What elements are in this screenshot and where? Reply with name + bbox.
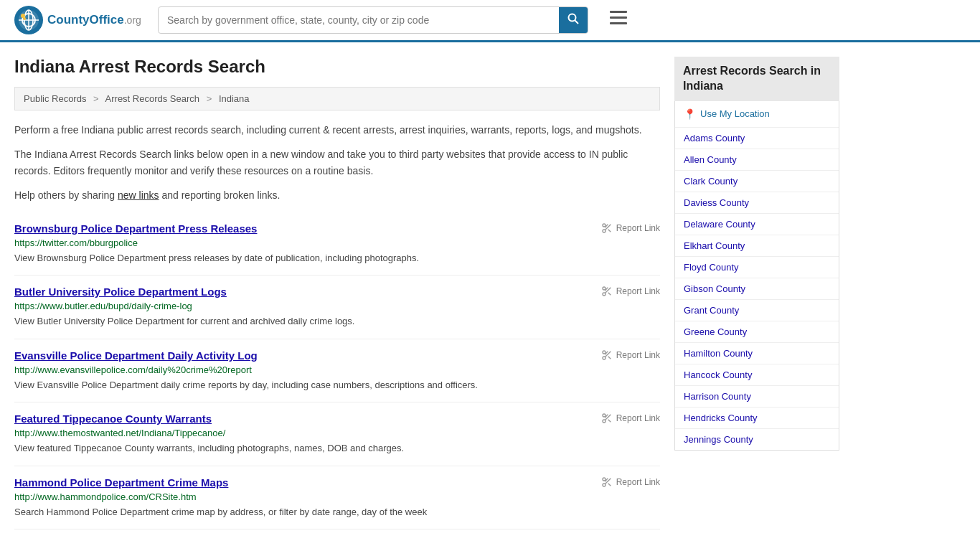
report-link-2[interactable]: Report Link [601, 286, 660, 297]
sidebar-county-daviess-county[interactable]: Daviess County [675, 192, 839, 214]
svg-rect-10 [610, 11, 627, 13]
search-bar [158, 6, 588, 34]
sidebar-title: Arrest Records Search in Indiana [674, 57, 839, 101]
scissors-icon [601, 349, 613, 361]
svg-point-29 [603, 420, 606, 423]
svg-line-9 [575, 21, 579, 24]
sidebar-content: 📍 Use My Location Adams CountyAllen Coun… [674, 101, 839, 451]
result-item-4: Featured Tippecanoe County Warrants Repo… [14, 402, 660, 466]
svg-point-24 [603, 357, 606, 359]
search-input[interactable] [159, 9, 559, 32]
svg-point-34 [603, 484, 606, 486]
description-3-suffix: and reporting broken links. [159, 189, 281, 201]
result-title-3[interactable]: Evansville Police Department Daily Activ… [14, 349, 258, 362]
report-link-label-3: Report Link [616, 350, 660, 360]
result-url-5[interactable]: http://www.hammondpolice.com/CRSite.htm [14, 491, 660, 502]
svg-point-19 [603, 293, 606, 296]
logo-icon [14, 6, 43, 34]
result-title-2[interactable]: Butler University Police Department Logs [14, 286, 227, 298]
svg-line-16 [608, 229, 611, 232]
sidebar-county-delaware-county[interactable]: Delaware County [675, 214, 839, 235]
scissors-icon [601, 413, 613, 424]
svg-line-31 [608, 420, 611, 423]
result-title-4[interactable]: Featured Tippecanoe County Warrants [14, 413, 212, 425]
description-3-prefix: Help others by sharing [14, 189, 118, 201]
sidebar-county-greene-county[interactable]: Greene County [675, 321, 839, 343]
sidebar-county-floyd-county[interactable]: Floyd County [675, 257, 839, 278]
svg-line-36 [608, 483, 611, 486]
result-item-1: Brownsburg Police Department Press Relea… [14, 212, 660, 276]
description-3: Help others by sharing new links and rep… [14, 187, 660, 203]
report-link-4[interactable]: Report Link [601, 413, 660, 424]
scissors-icon [601, 476, 613, 488]
use-my-location-link[interactable]: Use My Location [700, 108, 770, 119]
report-link-label-4: Report Link [616, 413, 660, 423]
result-desc-3: View Evansville Police Department daily … [14, 378, 660, 392]
county-links: Adams CountyAllen CountyClark CountyDavi… [675, 128, 839, 450]
result-item-5: Hammond Police Department Crime Maps Rep… [14, 466, 660, 530]
result-desc-1: View Brownsburg Police Department press … [14, 251, 660, 265]
report-link-label-1: Report Link [616, 223, 660, 233]
svg-point-13 [603, 224, 606, 227]
logo-text: CountyOffice.org [47, 13, 141, 27]
sidebar-county-adams-county[interactable]: Adams County [675, 128, 839, 149]
search-button[interactable] [559, 7, 588, 33]
location-pin-icon: 📍 [684, 108, 696, 120]
result-desc-2: View Butler University Police Department… [14, 314, 660, 329]
scissors-icon [601, 286, 613, 297]
report-link-3[interactable]: Report Link [601, 349, 660, 361]
sidebar-county-grant-county[interactable]: Grant County [675, 300, 839, 321]
sidebar-county-allen-county[interactable]: Allen County [675, 149, 839, 171]
sidebar-county-gibson-county[interactable]: Gibson County [675, 278, 839, 300]
report-link-1[interactable]: Report Link [601, 222, 660, 234]
result-url-1[interactable]: https://twitter.com/bburgpolice [14, 237, 660, 248]
sidebar-county-elkhart-county[interactable]: Elkhart County [675, 235, 839, 257]
result-desc-5: Search Hammond Police Department crime m… [14, 505, 660, 519]
report-link-label-5: Report Link [616, 477, 660, 487]
new-links-link[interactable]: new links [118, 189, 159, 201]
breadcrumb-arrest-records[interactable]: Arrest Records Search [105, 93, 200, 104]
svg-point-14 [603, 230, 606, 232]
scissors-icon [601, 222, 613, 234]
main-layout: Indiana Arrest Records Search Public Rec… [0, 42, 980, 529]
result-title-1[interactable]: Brownsburg Police Department Press Relea… [14, 222, 257, 235]
report-link-5[interactable]: Report Link [601, 476, 660, 488]
breadcrumb-sep-2: > [207, 93, 212, 104]
svg-point-7 [23, 17, 26, 20]
sidebar-county-clark-county[interactable]: Clark County [675, 171, 839, 192]
result-url-3[interactable]: http://www.evansvillepolice.com/daily%20… [14, 364, 660, 375]
hamburger-icon [610, 11, 627, 25]
result-desc-4: View featured Tippecanoe County warrants… [14, 441, 660, 456]
result-url-4[interactable]: http://www.themostwanted.net/Indiana/Tip… [14, 428, 660, 438]
hamburger-button[interactable] [610, 11, 627, 29]
breadcrumb-indiana[interactable]: Indiana [219, 93, 250, 104]
report-link-label-2: Report Link [616, 286, 660, 296]
description-2: The Indiana Arrest Records Search links … [14, 146, 660, 179]
svg-line-21 [608, 293, 611, 296]
svg-point-28 [603, 414, 606, 417]
svg-rect-12 [610, 22, 627, 24]
page-title: Indiana Arrest Records Search [14, 57, 660, 77]
sidebar-county-jennings-county[interactable]: Jennings County [675, 429, 839, 450]
description-1: Perform a free Indiana public arrest rec… [14, 122, 660, 138]
sidebar: Arrest Records Search in Indiana 📍 Use M… [674, 57, 839, 529]
logo[interactable]: CountyOffice.org [14, 6, 143, 34]
sidebar-county-hamilton-county[interactable]: Hamilton County [675, 343, 839, 364]
results-list: Brownsburg Police Department Press Relea… [14, 212, 660, 530]
result-item-3: Evansville Police Department Daily Activ… [14, 339, 660, 403]
svg-point-33 [603, 478, 606, 481]
use-my-location[interactable]: 📍 Use My Location [675, 101, 839, 128]
sidebar-county-harrison-county[interactable]: Harrison County [675, 386, 839, 408]
svg-point-23 [603, 351, 606, 354]
result-url-2[interactable]: https://www.butler.edu/bupd/daily-crime-… [14, 301, 660, 311]
svg-line-26 [608, 356, 611, 359]
svg-point-18 [603, 287, 606, 290]
breadcrumb: Public Records > Arrest Records Search >… [14, 87, 660, 110]
breadcrumb-public-records[interactable]: Public Records [24, 93, 86, 104]
content-area: Indiana Arrest Records Search Public Rec… [14, 57, 660, 529]
breadcrumb-sep-1: > [93, 93, 99, 104]
result-title-5[interactable]: Hammond Police Department Crime Maps [14, 476, 228, 489]
sidebar-county-hancock-county[interactable]: Hancock County [675, 364, 839, 386]
svg-rect-11 [610, 17, 627, 19]
sidebar-county-hendricks-county[interactable]: Hendricks County [675, 408, 839, 429]
